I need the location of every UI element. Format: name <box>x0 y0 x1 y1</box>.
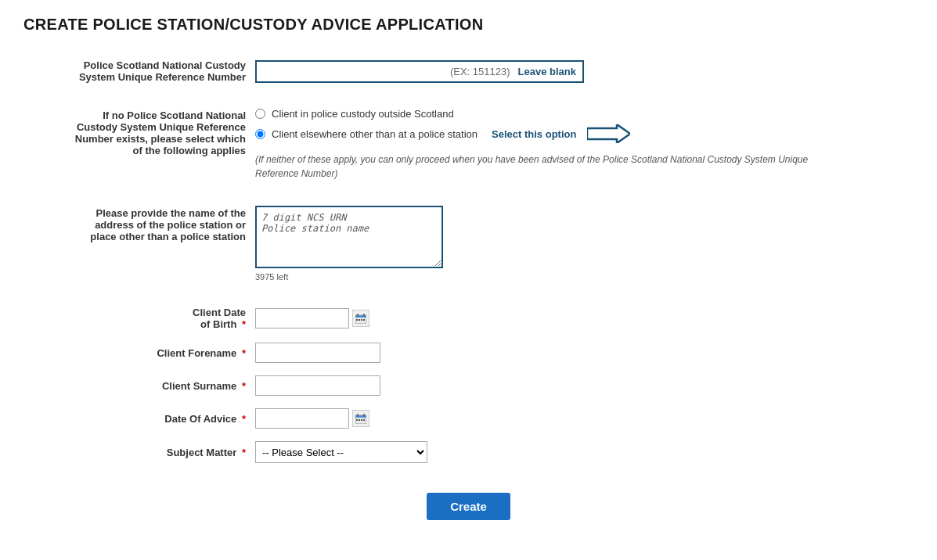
create-button[interactable]: Create <box>427 493 510 520</box>
dob-calendar-icon[interactable] <box>352 310 369 327</box>
svg-rect-16 <box>363 419 365 421</box>
note-text: (If neither of these apply, you can only… <box>255 153 842 181</box>
subject-matter-required: * <box>242 447 246 458</box>
surname-required: * <box>242 380 246 392</box>
forename-label: Client Forename * <box>23 336 250 369</box>
svg-rect-7 <box>361 319 362 321</box>
urn-input[interactable] <box>263 66 442 77</box>
svg-rect-6 <box>359 319 360 321</box>
svg-rect-3 <box>357 314 359 317</box>
radio-elsewhere[interactable] <box>255 129 265 139</box>
date-of-advice-input[interactable] <box>255 408 349 429</box>
char-count: 3975 left <box>255 272 909 282</box>
address-label: Please provide the name of the address o… <box>23 199 250 288</box>
leave-blank-link[interactable]: Leave blank <box>518 66 576 77</box>
page-title: CREATE POLICE STATION/CUSTODY ADVICE APP… <box>23 16 914 34</box>
surname-label: Client Surname * <box>23 369 250 402</box>
station-address-textarea[interactable]: 7 digit NCS URN Police station name <box>255 206 443 268</box>
no-urn-label: If no Police Scotland National Custody S… <box>23 102 250 187</box>
svg-marker-0 <box>587 124 630 143</box>
radio-elsewhere-label: Client elsewhere other than at a police … <box>272 128 478 140</box>
surname-input[interactable] <box>255 375 380 396</box>
date-of-advice-label: Date Of Advice * <box>23 402 250 435</box>
svg-rect-8 <box>363 319 365 321</box>
svg-rect-12 <box>363 414 365 417</box>
date-of-advice-required: * <box>242 413 246 425</box>
subject-matter-select[interactable]: -- Please Select -- Criminal Other <box>255 441 427 463</box>
radio-outside-scotland-label: Client in police custody outside Scotlan… <box>272 108 454 120</box>
svg-rect-5 <box>356 319 358 321</box>
urn-placeholder: (EX: 151123) <box>450 66 510 77</box>
svg-rect-4 <box>363 314 365 317</box>
svg-rect-13 <box>356 419 358 421</box>
svg-rect-15 <box>361 419 362 421</box>
forename-input[interactable] <box>255 343 380 363</box>
svg-rect-14 <box>359 419 360 421</box>
forename-required: * <box>242 347 246 359</box>
subject-matter-label: Subject Matter * <box>23 435 250 469</box>
svg-rect-11 <box>357 414 359 417</box>
dob-label: Client Dateof Birth * <box>23 300 250 336</box>
dob-required: * <box>242 318 246 330</box>
radio-outside-scotland[interactable] <box>255 109 265 119</box>
date-of-advice-calendar-icon[interactable] <box>352 410 369 427</box>
select-this-option-link[interactable]: Select this option <box>492 128 576 140</box>
arrow-icon <box>587 124 630 143</box>
urn-label: Police Scotland National CustodySystem U… <box>23 53 250 89</box>
dob-input[interactable] <box>255 308 349 328</box>
